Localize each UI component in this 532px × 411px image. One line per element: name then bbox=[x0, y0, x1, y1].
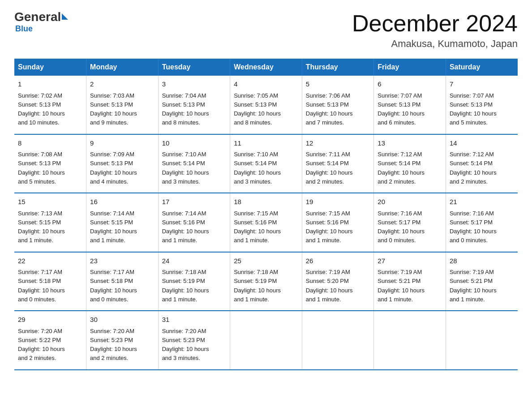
week-row-1: 1 Sunrise: 7:02 AMSunset: 5:13 PMDayligh… bbox=[14, 76, 518, 134]
day-cell: 19 Sunrise: 7:15 AMSunset: 5:16 PMDaylig… bbox=[302, 193, 374, 252]
day-info: Sunrise: 7:18 AMSunset: 5:19 PMDaylight:… bbox=[162, 269, 209, 303]
day-info: Sunrise: 7:12 AMSunset: 5:14 PMDaylight:… bbox=[450, 151, 497, 185]
week-row-4: 22 Sunrise: 7:17 AMSunset: 5:18 PMDaylig… bbox=[14, 252, 518, 311]
day-cell bbox=[230, 311, 302, 370]
day-info: Sunrise: 7:10 AMSunset: 5:14 PMDaylight:… bbox=[234, 151, 281, 185]
day-number: 23 bbox=[90, 256, 154, 266]
day-cell: 14 Sunrise: 7:12 AMSunset: 5:14 PMDaylig… bbox=[446, 134, 518, 193]
logo-blue-text: Blue bbox=[15, 24, 33, 34]
day-cell: 9 Sunrise: 7:09 AMSunset: 5:13 PMDayligh… bbox=[86, 134, 159, 193]
day-number: 10 bbox=[162, 138, 227, 149]
page-header: General Blue December 2024 Amakusa, Kuma… bbox=[14, 11, 518, 50]
day-info: Sunrise: 7:14 AMSunset: 5:15 PMDaylight:… bbox=[90, 210, 137, 244]
day-number: 28 bbox=[450, 256, 514, 266]
day-info: Sunrise: 7:04 AMSunset: 5:13 PMDaylight:… bbox=[162, 92, 209, 126]
day-info: Sunrise: 7:16 AMSunset: 5:17 PMDaylight:… bbox=[378, 210, 425, 244]
day-cell: 23 Sunrise: 7:17 AMSunset: 5:18 PMDaylig… bbox=[86, 252, 159, 311]
day-cell: 31 Sunrise: 7:20 AMSunset: 5:23 PMDaylig… bbox=[158, 311, 230, 370]
header-tuesday: Tuesday bbox=[158, 59, 230, 76]
header-row: SundayMondayTuesdayWednesdayThursdayFrid… bbox=[14, 59, 518, 76]
day-cell: 24 Sunrise: 7:18 AMSunset: 5:19 PMDaylig… bbox=[158, 252, 230, 311]
logo-triangle-icon bbox=[62, 13, 68, 20]
day-info: Sunrise: 7:07 AMSunset: 5:13 PMDaylight:… bbox=[378, 92, 425, 126]
day-cell: 15 Sunrise: 7:13 AMSunset: 5:15 PMDaylig… bbox=[14, 193, 86, 252]
day-cell: 12 Sunrise: 7:11 AMSunset: 5:14 PMDaylig… bbox=[302, 134, 374, 193]
day-cell: 16 Sunrise: 7:14 AMSunset: 5:15 PMDaylig… bbox=[86, 193, 159, 252]
day-info: Sunrise: 7:17 AMSunset: 5:18 PMDaylight:… bbox=[90, 269, 137, 303]
day-cell: 21 Sunrise: 7:16 AMSunset: 5:17 PMDaylig… bbox=[446, 193, 518, 252]
day-number: 18 bbox=[234, 197, 298, 207]
day-cell: 26 Sunrise: 7:19 AMSunset: 5:20 PMDaylig… bbox=[302, 252, 374, 311]
day-number: 3 bbox=[162, 79, 227, 90]
day-info: Sunrise: 7:13 AMSunset: 5:15 PMDaylight:… bbox=[18, 210, 65, 244]
day-number: 22 bbox=[18, 256, 82, 266]
day-cell: 17 Sunrise: 7:14 AMSunset: 5:16 PMDaylig… bbox=[158, 193, 230, 252]
day-cell: 11 Sunrise: 7:10 AMSunset: 5:14 PMDaylig… bbox=[230, 134, 302, 193]
day-info: Sunrise: 7:15 AMSunset: 5:16 PMDaylight:… bbox=[306, 210, 353, 244]
day-number: 4 bbox=[234, 79, 298, 90]
day-info: Sunrise: 7:20 AMSunset: 5:22 PMDaylight:… bbox=[18, 328, 65, 362]
day-number: 6 bbox=[378, 79, 442, 90]
day-cell: 1 Sunrise: 7:02 AMSunset: 5:13 PMDayligh… bbox=[14, 76, 86, 134]
day-info: Sunrise: 7:16 AMSunset: 5:17 PMDaylight:… bbox=[450, 210, 497, 244]
day-cell: 13 Sunrise: 7:12 AMSunset: 5:14 PMDaylig… bbox=[374, 134, 446, 193]
day-number: 30 bbox=[90, 315, 154, 325]
day-info: Sunrise: 7:18 AMSunset: 5:19 PMDaylight:… bbox=[234, 269, 281, 303]
day-number: 17 bbox=[162, 197, 227, 207]
day-number: 9 bbox=[90, 138, 154, 149]
day-number: 12 bbox=[306, 138, 370, 149]
day-info: Sunrise: 7:11 AMSunset: 5:14 PMDaylight:… bbox=[306, 151, 353, 185]
day-number: 8 bbox=[18, 138, 82, 149]
header-wednesday: Wednesday bbox=[230, 59, 302, 76]
day-cell bbox=[446, 311, 518, 370]
day-number: 5 bbox=[306, 79, 370, 90]
day-cell: 4 Sunrise: 7:05 AMSunset: 5:13 PMDayligh… bbox=[230, 76, 302, 134]
day-info: Sunrise: 7:20 AMSunset: 5:23 PMDaylight:… bbox=[162, 328, 209, 362]
day-cell: 8 Sunrise: 7:08 AMSunset: 5:13 PMDayligh… bbox=[14, 134, 86, 193]
day-number: 2 bbox=[90, 79, 154, 90]
day-info: Sunrise: 7:19 AMSunset: 5:21 PMDaylight:… bbox=[378, 269, 425, 303]
day-info: Sunrise: 7:06 AMSunset: 5:13 PMDaylight:… bbox=[306, 92, 353, 126]
day-info: Sunrise: 7:19 AMSunset: 5:21 PMDaylight:… bbox=[450, 269, 497, 303]
day-number: 1 bbox=[18, 79, 82, 90]
day-info: Sunrise: 7:05 AMSunset: 5:13 PMDaylight:… bbox=[234, 92, 281, 126]
day-cell: 27 Sunrise: 7:19 AMSunset: 5:21 PMDaylig… bbox=[374, 252, 446, 311]
day-number: 25 bbox=[234, 256, 298, 266]
header-monday: Monday bbox=[86, 59, 159, 76]
title-section: December 2024 Amakusa, Kumamoto, Japan bbox=[352, 11, 518, 50]
day-cell: 7 Sunrise: 7:07 AMSunset: 5:13 PMDayligh… bbox=[446, 76, 518, 134]
day-number: 24 bbox=[162, 256, 227, 266]
day-number: 29 bbox=[18, 315, 82, 325]
day-number: 20 bbox=[378, 197, 442, 207]
day-number: 19 bbox=[306, 197, 370, 207]
day-cell: 5 Sunrise: 7:06 AMSunset: 5:13 PMDayligh… bbox=[302, 76, 374, 134]
day-cell: 25 Sunrise: 7:18 AMSunset: 5:19 PMDaylig… bbox=[230, 252, 302, 311]
week-row-5: 29 Sunrise: 7:20 AMSunset: 5:22 PMDaylig… bbox=[14, 311, 518, 370]
week-row-2: 8 Sunrise: 7:08 AMSunset: 5:13 PMDayligh… bbox=[14, 134, 518, 193]
week-row-3: 15 Sunrise: 7:13 AMSunset: 5:15 PMDaylig… bbox=[14, 193, 518, 252]
day-info: Sunrise: 7:20 AMSunset: 5:23 PMDaylight:… bbox=[90, 328, 137, 362]
day-cell: 30 Sunrise: 7:20 AMSunset: 5:23 PMDaylig… bbox=[86, 311, 159, 370]
header-sunday: Sunday bbox=[14, 59, 86, 76]
day-number: 13 bbox=[378, 138, 442, 149]
header-friday: Friday bbox=[374, 59, 446, 76]
header-saturday: Saturday bbox=[446, 59, 518, 76]
day-cell: 10 Sunrise: 7:10 AMSunset: 5:14 PMDaylig… bbox=[158, 134, 230, 193]
day-number: 16 bbox=[90, 197, 154, 207]
day-cell: 20 Sunrise: 7:16 AMSunset: 5:17 PMDaylig… bbox=[374, 193, 446, 252]
calendar-location: Amakusa, Kumamoto, Japan bbox=[352, 38, 518, 50]
calendar-table: SundayMondayTuesdayWednesdayThursdayFrid… bbox=[14, 59, 518, 370]
day-number: 26 bbox=[306, 256, 370, 266]
day-cell: 22 Sunrise: 7:17 AMSunset: 5:18 PMDaylig… bbox=[14, 252, 86, 311]
day-info: Sunrise: 7:03 AMSunset: 5:13 PMDaylight:… bbox=[90, 92, 137, 126]
day-number: 7 bbox=[450, 79, 514, 90]
day-info: Sunrise: 7:10 AMSunset: 5:14 PMDaylight:… bbox=[162, 151, 209, 185]
day-cell: 6 Sunrise: 7:07 AMSunset: 5:13 PMDayligh… bbox=[374, 76, 446, 134]
day-cell bbox=[374, 311, 446, 370]
day-info: Sunrise: 7:08 AMSunset: 5:13 PMDaylight:… bbox=[18, 151, 65, 185]
day-info: Sunrise: 7:19 AMSunset: 5:20 PMDaylight:… bbox=[306, 269, 353, 303]
day-number: 14 bbox=[450, 138, 514, 149]
day-cell: 18 Sunrise: 7:15 AMSunset: 5:16 PMDaylig… bbox=[230, 193, 302, 252]
day-cell: 29 Sunrise: 7:20 AMSunset: 5:22 PMDaylig… bbox=[14, 311, 86, 370]
logo-general-text: General bbox=[14, 11, 61, 23]
